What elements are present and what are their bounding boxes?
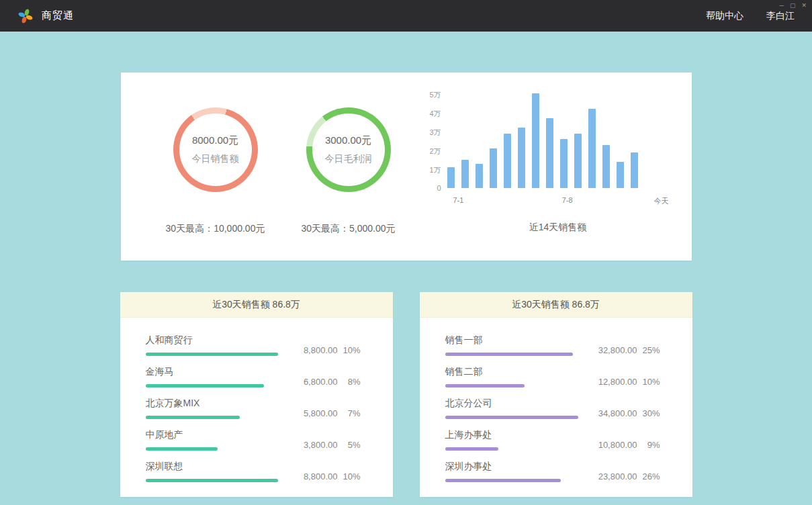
- customer-bar: [146, 384, 264, 387]
- window-controls: ─ ▢ ✕: [780, 1, 807, 9]
- department-percent: 25%: [637, 345, 660, 355]
- customers-panel-title: 近30天销售额 86.8万: [120, 292, 393, 318]
- department-bar: [445, 384, 525, 387]
- department-bar: [445, 416, 578, 419]
- department-bar: [445, 447, 498, 451]
- department-percent: 10%: [637, 377, 660, 387]
- departments-panel-title: 近30天销售额 86.8万: [420, 292, 692, 318]
- department-amount: 32,800.00: [593, 345, 637, 355]
- customer-row: 中原地产 3,800.005%: [146, 429, 361, 451]
- customer-amount: 5,800.00: [294, 408, 338, 418]
- chart-bar: [518, 128, 525, 188]
- close-icon[interactable]: ✕: [801, 1, 807, 9]
- panels-row: 近30天销售额 86.8万 人和商贸行 8,800.0010% 金海马 6,80…: [120, 292, 692, 497]
- chart-bar: [461, 160, 469, 188]
- department-amount: 10,800.00: [593, 440, 637, 450]
- customer-amount: 3,800.00: [294, 440, 338, 450]
- customer-row: 金海马 6,800.008%: [146, 366, 361, 387]
- today-sales-ring-block: 8000.00元 今日销售额 30天最高：10,000.00元: [149, 94, 282, 235]
- customer-percent: 7%: [338, 408, 361, 418]
- today-profit-30day-max: 30天最高：5,000.00元: [301, 223, 395, 235]
- customer-bar: [146, 353, 278, 356]
- department-percent: 26%: [637, 471, 660, 481]
- today-sales-label: 今日销售额: [192, 153, 239, 165]
- department-name: 上海办事处: [445, 429, 584, 441]
- chart-bar: [504, 134, 511, 188]
- customer-amount: 6,800.00: [294, 377, 338, 387]
- customer-percent: 10%: [338, 471, 361, 481]
- department-row: 北京分公司 34,800.0030%: [445, 398, 660, 419]
- department-name: 深圳办事处: [445, 461, 584, 473]
- department-row: 深圳办事处 23,800.0026%: [445, 461, 660, 482]
- department-name: 销售二部: [445, 366, 584, 378]
- customer-row: 人和商贸行 8,800.0010%: [146, 334, 361, 356]
- customer-name: 金海马: [146, 366, 284, 378]
- chart-caption: 近14天销售额: [430, 222, 669, 234]
- departments-sales-panel: 近30天销售额 86.8万 销售一部 32,800.0025% 销售二部 12,…: [420, 292, 692, 497]
- customer-name: 北京万象MIX: [146, 398, 284, 410]
- chart-bar: [617, 162, 624, 188]
- chart-bar: [602, 145, 610, 188]
- chart-bar: [490, 148, 497, 188]
- app-title: 商贸通: [42, 9, 74, 22]
- department-percent: 9%: [637, 440, 660, 450]
- chart-bar: [588, 109, 596, 188]
- department-percent: 30%: [637, 408, 660, 418]
- help-center-link[interactable]: 帮助中心: [706, 10, 743, 22]
- customer-bar: [146, 447, 218, 451]
- customer-amount: 8,800.00: [294, 345, 338, 355]
- customer-amount: 8,800.00: [294, 471, 338, 481]
- x-tick-mid: 7-8: [562, 196, 573, 204]
- customer-name: 中原地产: [146, 429, 284, 441]
- customer-bar: [146, 479, 278, 482]
- summary-card: 8000.00元 今日销售额 30天最高：10,000.00元 3000.00元…: [121, 73, 692, 261]
- username-menu[interactable]: 李白江: [766, 10, 795, 22]
- today-profit-ring-block: 3000.00元 今日毛利润 30天最高：5,000.00元: [282, 94, 415, 235]
- today-profit-value: 3000.00元: [325, 134, 372, 147]
- department-row: 销售二部 12,800.0010%: [445, 366, 660, 387]
- department-row: 销售一部 32,800.0025%: [445, 334, 660, 356]
- x-tick-start: 7-1: [453, 196, 464, 204]
- app-logo-pinwheel-icon: [17, 8, 34, 24]
- customer-percent: 8%: [338, 377, 361, 387]
- department-amount: 34,800.00: [593, 408, 637, 418]
- chart-bar: [631, 152, 638, 188]
- department-bar: [445, 479, 561, 482]
- customer-row: 北京万象MIX 5,800.007%: [146, 398, 361, 419]
- department-amount: 23,800.00: [593, 471, 637, 481]
- chart-x-axis: 7-1 7-8 今天: [453, 196, 669, 208]
- chart-bar: [532, 93, 539, 188]
- customer-bar: [146, 416, 240, 419]
- customers-sales-panel: 近30天销售额 86.8万 人和商贸行 8,800.0010% 金海马 6,80…: [120, 292, 393, 497]
- chart-bar: [476, 164, 483, 188]
- chart-bar: [574, 134, 582, 188]
- department-name: 北京分公司: [445, 398, 584, 410]
- minimize-icon[interactable]: ─: [780, 1, 784, 9]
- titlebar: 商贸通 帮助中心 李白江 ─ ▢ ✕: [0, 0, 812, 32]
- sales-14day-chart: 5万 4万 3万 2万 1万 0 7-1 7-8 今天 近14天销售额: [430, 94, 669, 234]
- maximize-icon[interactable]: ▢: [790, 1, 796, 9]
- customer-percent: 5%: [338, 440, 361, 450]
- today-sales-30day-max: 30天最高：10,000.00元: [166, 223, 265, 235]
- chart-bar: [560, 139, 568, 188]
- titlebar-right: 帮助中心 李白江: [706, 10, 795, 22]
- x-tick-end: 今天: [654, 196, 669, 206]
- chart-y-axis: 5万 4万 3万 2万 1万 0: [430, 90, 447, 192]
- department-name: 销售一部: [445, 334, 584, 347]
- chart-bar: [447, 167, 455, 188]
- customer-row: 深圳联想 8,800.0010%: [146, 461, 361, 482]
- today-sales-value: 8000.00元: [192, 134, 239, 147]
- today-sales-ring: 8000.00元 今日销售额: [173, 107, 258, 192]
- bar-chart-bars: [447, 94, 638, 188]
- chart-bar: [546, 118, 553, 188]
- department-row: 上海办事处 10,800.009%: [445, 429, 660, 451]
- customer-name: 深圳联想: [146, 461, 284, 473]
- department-bar: [445, 353, 573, 356]
- today-profit-ring: 3000.00元 今日毛利润: [306, 107, 391, 192]
- department-amount: 12,800.00: [593, 377, 637, 387]
- today-profit-label: 今日毛利润: [325, 153, 372, 165]
- customer-name: 人和商贸行: [146, 334, 284, 347]
- customer-percent: 10%: [338, 345, 361, 355]
